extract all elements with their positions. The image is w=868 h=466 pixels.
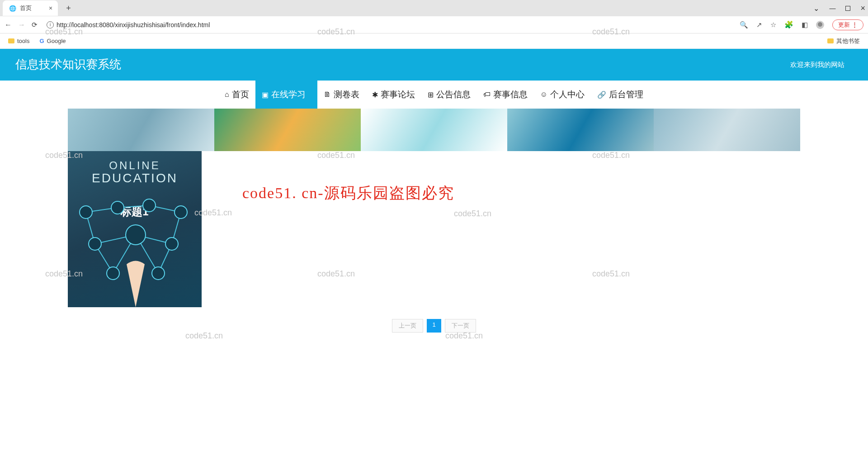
minimize-icon[interactable]: —: [829, 5, 835, 12]
pager-next[interactable]: 下一页: [445, 319, 476, 333]
card-line2: EDUCATION: [92, 171, 178, 185]
zoom-icon[interactable]: 🔍: [740, 21, 748, 29]
link-icon: 🔗: [597, 90, 606, 99]
welcome-text: 欢迎来到我的网站: [790, 61, 844, 69]
bookmark-other[interactable]: 其他书签: [827, 37, 860, 45]
nav-personal-center[interactable]: ☺个人中心: [534, 81, 591, 109]
update-button[interactable]: 更新⋮: [832, 19, 863, 30]
reload-icon[interactable]: ⟳: [32, 21, 38, 29]
svg-point-13: [143, 199, 156, 212]
network-graphic-icon: [68, 194, 202, 307]
banner-segment: [507, 109, 654, 151]
main-nav: ⌂首页 ▣在线学习 🗎测卷表 ✱赛事论坛 ⊞公告信息 🏷赛事信息 ☺个人中心 🔗…: [0, 81, 868, 109]
banner-strip: [68, 109, 800, 151]
course-card[interactable]: ONLINE EDUCATION 标题1: [68, 151, 202, 307]
nav-home[interactable]: ⌂首页: [218, 81, 255, 109]
google-icon: G: [39, 38, 44, 44]
forward-icon[interactable]: →: [18, 21, 25, 29]
grid-icon: ▣: [262, 90, 269, 99]
back-icon[interactable]: ←: [5, 21, 12, 29]
extensions-icon[interactable]: 🧩: [784, 20, 793, 29]
home-icon: ⌂: [225, 90, 229, 99]
banner-segment: [361, 109, 507, 151]
nav-forum[interactable]: ✱赛事论坛: [366, 81, 421, 109]
sidepanel-icon[interactable]: ◧: [802, 21, 808, 29]
svg-point-16: [126, 225, 146, 245]
url-field[interactable]: i http://localhost:8080/xinxijishuzhishi…: [47, 21, 733, 29]
site-header: 信息技术知识赛系统 欢迎来到我的网站: [0, 49, 868, 81]
svg-point-18: [107, 267, 119, 280]
globe-icon: 🌐: [9, 5, 16, 12]
banner-segment: [214, 109, 361, 151]
watermark: code51.cn: [445, 331, 483, 341]
url-text: http://localhost:8080/xinxijishuzhishisa…: [57, 21, 210, 29]
watermark: code51.cn: [185, 331, 223, 341]
nav-online-study[interactable]: ▣在线学习: [255, 81, 312, 109]
svg-point-14: [175, 206, 187, 219]
site-title: 信息技术知识赛系统: [15, 57, 121, 71]
nav-announcement[interactable]: ⊞公告信息: [421, 81, 477, 109]
content-row: ONLINE EDUCATION 标题1 code51. cn-源码乐园盗图必究: [68, 151, 800, 307]
maximize-icon[interactable]: [845, 6, 850, 11]
svg-point-15: [89, 238, 101, 250]
svg-point-19: [152, 267, 165, 280]
browser-tab[interactable]: 🌐 首页 ×: [3, 0, 58, 16]
bookmark-tools[interactable]: tools: [8, 38, 29, 44]
news-icon: ⊞: [428, 90, 434, 99]
document-icon: 🗎: [324, 90, 331, 99]
nav-event-info[interactable]: 🏷赛事信息: [477, 81, 534, 109]
banner-segment: [654, 109, 800, 151]
window-controls: ⌄ — ×: [813, 4, 865, 13]
tab-bar: 🌐 首页 × + ⌄ — ×: [0, 0, 868, 16]
tab-title: 首页: [20, 4, 32, 12]
banner-segment: [68, 109, 214, 151]
bookmark-google[interactable]: G Google: [39, 38, 66, 44]
card-line1: ONLINE: [109, 159, 160, 172]
nav-active-indicator: [312, 81, 317, 109]
star-icon[interactable]: ☆: [770, 21, 776, 29]
site-info-icon[interactable]: i: [47, 21, 54, 29]
svg-point-17: [165, 238, 178, 250]
chevron-down-icon[interactable]: ⌄: [813, 4, 819, 13]
svg-point-11: [80, 206, 92, 219]
address-bar: ← → ⟳ i http://localhost:8080/xinxijishu…: [0, 16, 868, 33]
new-tab-button[interactable]: +: [66, 4, 71, 13]
share-icon[interactable]: ↗: [756, 21, 762, 29]
user-icon: ☺: [540, 90, 547, 99]
bookmarks-bar: tools G Google 其他书签: [0, 33, 868, 49]
watermark-warning-text: code51. cn-源码乐园盗图必究: [242, 183, 800, 204]
asterisk-icon: ✱: [372, 90, 378, 99]
browser-chrome: 🌐 首页 × + ⌄ — × ← → ⟳ i http://localhost:…: [0, 0, 868, 49]
folder-icon: [8, 38, 14, 43]
folder-icon: [827, 38, 834, 43]
close-window-icon[interactable]: ×: [860, 4, 865, 13]
pagination: 上一页 1 下一页: [0, 319, 868, 333]
nav-exam-paper[interactable]: 🗎测卷表: [317, 81, 366, 109]
nav-admin[interactable]: 🔗后台管理: [591, 81, 650, 109]
profile-avatar-icon[interactable]: [816, 21, 824, 29]
tag-icon: 🏷: [483, 90, 491, 99]
center-area: code51. cn-源码乐园盗图必究: [202, 151, 800, 307]
close-tab-icon[interactable]: ×: [49, 5, 52, 12]
pager-prev[interactable]: 上一页: [392, 319, 423, 333]
pager-page-1[interactable]: 1: [427, 319, 441, 333]
svg-point-12: [111, 201, 124, 214]
